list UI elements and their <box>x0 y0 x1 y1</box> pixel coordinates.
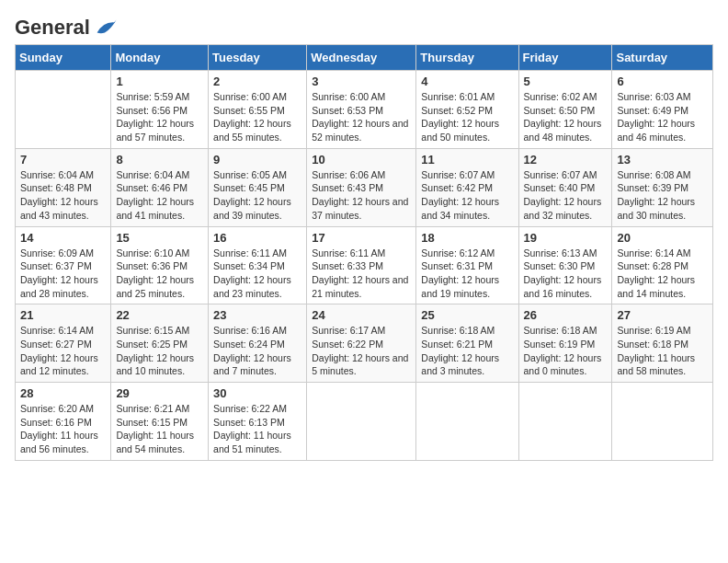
sunset-text: Sunset: 6:15 PM <box>116 416 203 430</box>
calendar-cell <box>518 383 612 461</box>
day-header-thursday: Thursday <box>416 45 518 71</box>
calendar-cell: 16 Sunrise: 6:11 AM Sunset: 6:34 PM Dayl… <box>209 226 307 304</box>
sunset-text: Sunset: 6:37 PM <box>20 259 106 273</box>
sunrise-text: Sunrise: 6:20 AM <box>20 402 106 416</box>
day-info: Sunrise: 5:59 AM Sunset: 6:56 PM Dayligh… <box>116 90 203 144</box>
sunrise-text: Sunrise: 6:03 AM <box>617 90 708 104</box>
daylight-text: Daylight: 12 hours and 28 minutes. <box>20 273 106 300</box>
calendar-cell <box>416 383 518 461</box>
sunrise-text: Sunrise: 6:05 AM <box>213 168 301 182</box>
calendar-cell: 12 Sunrise: 6:07 AM Sunset: 6:40 PM Dayl… <box>518 148 612 226</box>
sunrise-text: Sunrise: 6:16 AM <box>213 324 301 338</box>
day-info: Sunrise: 6:09 AM Sunset: 6:37 PM Dayligh… <box>20 247 106 301</box>
day-info: Sunrise: 6:21 AM Sunset: 6:15 PM Dayligh… <box>116 402 203 456</box>
sunset-text: Sunset: 6:25 PM <box>116 338 203 351</box>
sunset-text: Sunset: 6:27 PM <box>20 338 106 351</box>
daylight-text: Daylight: 12 hours and 43 minutes. <box>20 195 106 222</box>
calendar-cell: 14 Sunrise: 6:09 AM Sunset: 6:37 PM Dayl… <box>16 226 111 304</box>
calendar-cell: 1 Sunrise: 5:59 AM Sunset: 6:56 PM Dayli… <box>111 71 209 149</box>
sunrise-text: Sunrise: 6:02 AM <box>524 90 608 104</box>
day-info: Sunrise: 6:11 AM Sunset: 6:33 PM Dayligh… <box>312 247 411 301</box>
calendar-cell: 7 Sunrise: 6:04 AM Sunset: 6:48 PM Dayli… <box>16 148 111 226</box>
calendar-cell: 9 Sunrise: 6:05 AM Sunset: 6:45 PM Dayli… <box>209 148 307 226</box>
calendar-cell: 18 Sunrise: 6:12 AM Sunset: 6:31 PM Dayl… <box>416 226 518 304</box>
sunrise-text: Sunrise: 6:08 AM <box>617 168 708 182</box>
day-number: 16 <box>213 231 301 245</box>
calendar-cell: 23 Sunrise: 6:16 AM Sunset: 6:24 PM Dayl… <box>209 304 307 383</box>
day-number: 30 <box>213 386 301 400</box>
sunset-text: Sunset: 6:39 PM <box>617 181 708 195</box>
day-info: Sunrise: 6:20 AM Sunset: 6:16 PM Dayligh… <box>20 402 106 456</box>
daylight-text: Daylight: 12 hours and 5 minutes. <box>312 351 411 378</box>
daylight-text: Daylight: 12 hours and 23 minutes. <box>213 273 301 300</box>
day-info: Sunrise: 6:16 AM Sunset: 6:24 PM Dayligh… <box>213 324 301 378</box>
calendar-cell: 19 Sunrise: 6:13 AM Sunset: 6:30 PM Dayl… <box>518 226 612 304</box>
calendar-cell: 27 Sunrise: 6:19 AM Sunset: 6:18 PM Dayl… <box>612 304 713 383</box>
sunset-text: Sunset: 6:45 PM <box>213 181 301 195</box>
calendar-cell: 21 Sunrise: 6:14 AM Sunset: 6:27 PM Dayl… <box>16 304 111 383</box>
sunset-text: Sunset: 6:28 PM <box>617 259 708 273</box>
sunrise-text: Sunrise: 6:04 AM <box>20 168 106 182</box>
sunrise-text: Sunrise: 6:11 AM <box>213 247 301 260</box>
sunrise-text: Sunrise: 6:18 AM <box>421 324 513 338</box>
sunset-text: Sunset: 6:19 PM <box>524 338 608 351</box>
day-number: 2 <box>213 75 301 88</box>
day-info: Sunrise: 6:19 AM Sunset: 6:18 PM Dayligh… <box>617 324 708 378</box>
sunset-text: Sunset: 6:43 PM <box>312 181 411 195</box>
sunset-text: Sunset: 6:40 PM <box>524 181 608 195</box>
daylight-text: Daylight: 11 hours and 54 minutes. <box>116 429 203 455</box>
sunset-text: Sunset: 6:30 PM <box>524 259 608 273</box>
sunrise-text: Sunrise: 6:00 AM <box>213 90 301 104</box>
sunrise-text: Sunrise: 6:10 AM <box>116 247 203 260</box>
daylight-text: Daylight: 12 hours and 37 minutes. <box>312 195 411 222</box>
day-number: 27 <box>617 308 708 322</box>
daylight-text: Daylight: 12 hours and 7 minutes. <box>213 351 301 378</box>
sunset-text: Sunset: 6:48 PM <box>20 181 106 195</box>
day-number: 7 <box>20 153 106 167</box>
day-info: Sunrise: 6:07 AM Sunset: 6:42 PM Dayligh… <box>421 168 513 223</box>
calendar-cell: 17 Sunrise: 6:11 AM Sunset: 6:33 PM Dayl… <box>307 226 416 304</box>
sunset-text: Sunset: 6:33 PM <box>312 259 411 273</box>
day-info: Sunrise: 6:03 AM Sunset: 6:49 PM Dayligh… <box>617 90 708 144</box>
day-number: 13 <box>617 153 708 167</box>
sunrise-text: Sunrise: 6:14 AM <box>617 247 708 260</box>
day-info: Sunrise: 6:12 AM Sunset: 6:31 PM Dayligh… <box>421 247 513 301</box>
daylight-text: Daylight: 12 hours and 48 minutes. <box>524 117 608 144</box>
sunrise-text: Sunrise: 6:21 AM <box>116 402 203 416</box>
day-info: Sunrise: 6:00 AM Sunset: 6:53 PM Dayligh… <box>312 90 411 144</box>
day-number: 8 <box>116 153 203 167</box>
day-number: 21 <box>20 308 106 322</box>
calendar-cell: 28 Sunrise: 6:20 AM Sunset: 6:16 PM Dayl… <box>16 383 111 461</box>
calendar-cell: 5 Sunrise: 6:02 AM Sunset: 6:50 PM Dayli… <box>518 71 612 149</box>
calendar-cell: 4 Sunrise: 6:01 AM Sunset: 6:52 PM Dayli… <box>416 71 518 149</box>
sunset-text: Sunset: 6:52 PM <box>421 104 513 118</box>
day-info: Sunrise: 6:06 AM Sunset: 6:43 PM Dayligh… <box>312 168 411 223</box>
sunset-text: Sunset: 6:42 PM <box>421 181 513 195</box>
sunrise-text: Sunrise: 6:07 AM <box>421 168 513 182</box>
day-number: 1 <box>116 75 203 88</box>
day-number: 24 <box>312 308 411 322</box>
daylight-text: Daylight: 12 hours and 14 minutes. <box>617 273 708 300</box>
calendar-cell: 2 Sunrise: 6:00 AM Sunset: 6:55 PM Dayli… <box>209 71 307 149</box>
calendar-cell: 29 Sunrise: 6:21 AM Sunset: 6:15 PM Dayl… <box>111 383 209 461</box>
calendar-cell: 8 Sunrise: 6:04 AM Sunset: 6:46 PM Dayli… <box>111 148 209 226</box>
calendar-cell: 11 Sunrise: 6:07 AM Sunset: 6:42 PM Dayl… <box>416 148 518 226</box>
logo-bird-icon <box>92 15 118 40</box>
day-header-saturday: Saturday <box>612 45 713 71</box>
week-row-4: 21 Sunrise: 6:14 AM Sunset: 6:27 PM Dayl… <box>16 304 713 383</box>
sunset-text: Sunset: 6:50 PM <box>524 104 608 118</box>
daylight-text: Daylight: 12 hours and 41 minutes. <box>116 195 203 222</box>
day-number: 28 <box>20 386 106 400</box>
calendar-cell: 20 Sunrise: 6:14 AM Sunset: 6:28 PM Dayl… <box>612 226 713 304</box>
daylight-text: Daylight: 12 hours and 25 minutes. <box>116 273 203 300</box>
day-number: 12 <box>524 153 608 167</box>
day-info: Sunrise: 6:04 AM Sunset: 6:46 PM Dayligh… <box>116 168 203 223</box>
sunset-text: Sunset: 6:18 PM <box>617 338 708 351</box>
daylight-text: Daylight: 11 hours and 51 minutes. <box>213 429 301 455</box>
calendar-cell: 3 Sunrise: 6:00 AM Sunset: 6:53 PM Dayli… <box>307 71 416 149</box>
daylight-text: Daylight: 12 hours and 3 minutes. <box>421 351 513 378</box>
page-header: General <box>15 15 713 37</box>
sunrise-text: Sunrise: 6:17 AM <box>312 324 411 338</box>
sunrise-text: Sunrise: 6:12 AM <box>421 247 513 260</box>
calendar-cell: 26 Sunrise: 6:18 AM Sunset: 6:19 PM Dayl… <box>518 304 612 383</box>
